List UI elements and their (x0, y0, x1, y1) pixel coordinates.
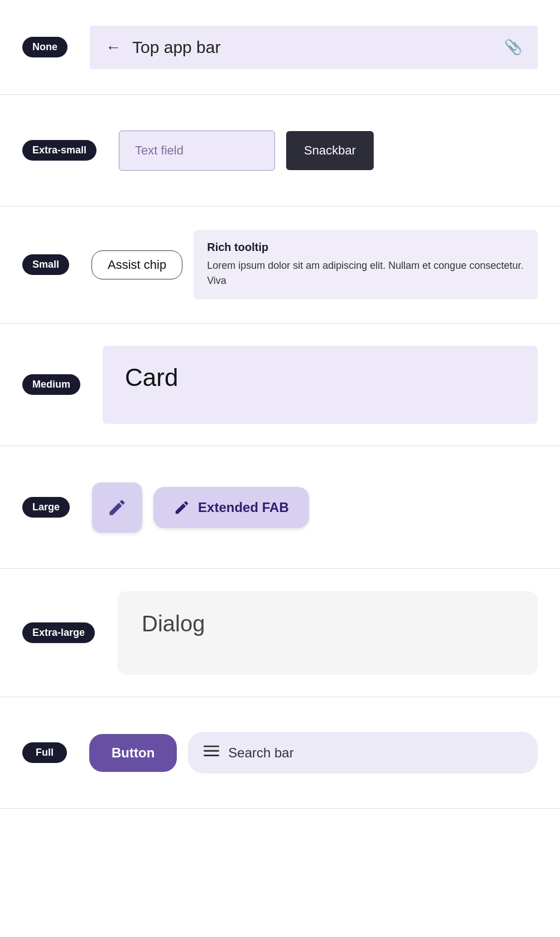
extended-fab-button[interactable]: Extended FAB (153, 487, 309, 528)
label-extra-small: Extra-small (22, 140, 96, 161)
svg-rect-2 (204, 755, 219, 756)
row-extra-large: Extra-large Dialog (0, 569, 560, 697)
label-medium: Medium (22, 374, 80, 395)
rich-tooltip: Rich tooltip Lorem ipsum dolor sit am ad… (194, 230, 538, 300)
dialog[interactable]: Dialog (117, 591, 538, 675)
top-app-bar-title: Top app bar (132, 38, 493, 57)
content-none: ← Top app bar 📎 (90, 26, 538, 69)
row-full: Full Button Search bar (0, 697, 560, 809)
card[interactable]: Card (103, 346, 538, 424)
text-field[interactable]: Text field (119, 131, 275, 171)
filled-button[interactable]: Button (89, 734, 177, 772)
svg-rect-0 (204, 746, 219, 747)
rich-tooltip-text: Lorem ipsum dolor sit am adipiscing elit… (207, 258, 524, 288)
search-bar-placeholder: Search bar (228, 745, 293, 761)
content-extra-large: Dialog (117, 591, 538, 675)
extended-fab-label: Extended FAB (198, 500, 289, 515)
label-small: Small (22, 254, 69, 275)
row-medium: Medium Card (0, 323, 560, 446)
row-small: Small Assist chip Rich tooltip Lorem ips… (0, 206, 560, 323)
extended-fab-edit-icon (173, 499, 190, 516)
search-bar[interactable]: Search bar (188, 732, 538, 774)
content-full: Button Search bar (89, 732, 538, 774)
label-full: Full (22, 742, 67, 763)
row-extra-small: Extra-small Text field Snackbar (0, 95, 560, 206)
rich-tooltip-title: Rich tooltip (207, 241, 524, 254)
content-large: Extended FAB (92, 482, 538, 533)
label-extra-large: Extra-large (22, 622, 95, 643)
snackbar: Snackbar (286, 131, 374, 170)
menu-icon[interactable] (204, 743, 219, 762)
back-arrow-icon[interactable]: ← (105, 38, 121, 56)
row-large: Large Extended FAB (0, 446, 560, 569)
content-small: Assist chip Rich tooltip Lorem ipsum dol… (91, 230, 538, 300)
dialog-title: Dialog (142, 611, 513, 636)
label-large: Large (22, 497, 70, 518)
svg-rect-1 (204, 750, 219, 752)
fab-button[interactable] (92, 482, 142, 533)
card-title: Card (125, 364, 515, 392)
top-app-bar[interactable]: ← Top app bar 📎 (90, 26, 538, 69)
content-extra-small: Text field Snackbar (119, 131, 538, 171)
label-none: None (22, 37, 67, 57)
assist-chip[interactable]: Assist chip (91, 250, 182, 279)
row-none: None ← Top app bar 📎 (0, 0, 560, 95)
attach-icon[interactable]: 📎 (504, 38, 522, 56)
edit-icon (107, 498, 127, 518)
content-medium: Card (103, 346, 538, 424)
